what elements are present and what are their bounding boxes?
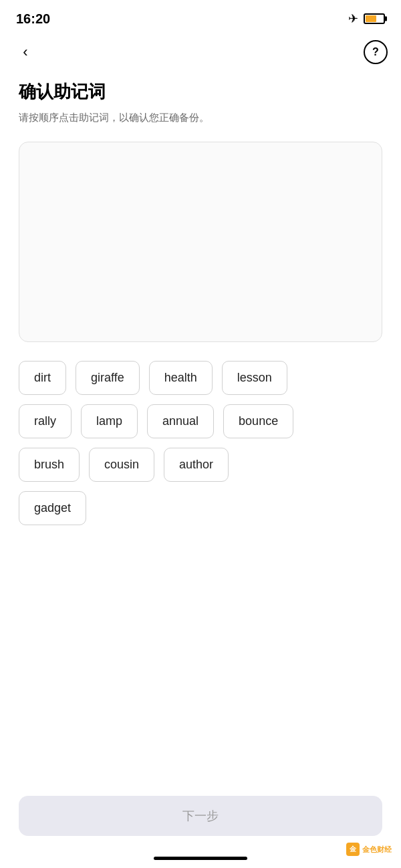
words-row-4: gadget bbox=[19, 491, 382, 525]
home-indicator bbox=[154, 857, 247, 860]
airplane-icon: ✈ bbox=[348, 11, 358, 26]
battery-fill bbox=[366, 15, 376, 22]
help-button[interactable]: ? bbox=[364, 40, 388, 64]
next-button[interactable]: 下一步 bbox=[19, 796, 382, 836]
status-icons: ✈ bbox=[348, 11, 385, 26]
word-chip-bounce[interactable]: bounce bbox=[223, 404, 293, 438]
back-chevron-icon: ‹ bbox=[23, 43, 27, 61]
word-chip-health[interactable]: health bbox=[149, 361, 213, 395]
help-icon: ? bbox=[372, 46, 379, 58]
page-title: 确认助记词 bbox=[19, 80, 382, 104]
bottom-area: 下一步 bbox=[0, 782, 401, 868]
watermark: 金 金色财经 bbox=[346, 843, 392, 856]
word-chip-gadget[interactable]: gadget bbox=[19, 491, 86, 525]
words-row-2: rally lamp annual bounce bbox=[19, 404, 382, 438]
word-chip-annual[interactable]: annual bbox=[147, 404, 214, 438]
selection-box[interactable] bbox=[19, 142, 382, 342]
status-time: 16:20 bbox=[16, 11, 50, 27]
word-chip-giraffe[interactable]: giraffe bbox=[76, 361, 140, 395]
word-chip-lesson[interactable]: lesson bbox=[222, 361, 287, 395]
words-row-1: dirt giraffe health lesson bbox=[19, 361, 382, 395]
status-bar: 16:20 ✈ bbox=[0, 0, 401, 35]
word-chip-lamp[interactable]: lamp bbox=[81, 404, 138, 438]
word-chip-author[interactable]: author bbox=[164, 448, 229, 482]
watermark-icon: 金 bbox=[346, 843, 360, 856]
word-chip-brush[interactable]: brush bbox=[19, 448, 80, 482]
word-chip-cousin[interactable]: cousin bbox=[89, 448, 154, 482]
nav-bar: ‹ ? bbox=[0, 35, 401, 69]
page-subtitle: 请按顺序点击助记词，以确认您正确备份。 bbox=[19, 110, 382, 126]
word-chip-dirt[interactable]: dirt bbox=[19, 361, 66, 395]
word-chip-rally[interactable]: rally bbox=[19, 404, 72, 438]
watermark-label: 金色财经 bbox=[362, 845, 392, 855]
battery-icon bbox=[364, 13, 385, 24]
words-row-3: brush cousin author bbox=[19, 448, 382, 482]
words-area: dirt giraffe health lesson rally lamp an… bbox=[0, 361, 401, 525]
back-button[interactable]: ‹ bbox=[13, 40, 37, 64]
content-area: 确认助记词 请按顺序点击助记词，以确认您正确备份。 bbox=[0, 69, 401, 342]
